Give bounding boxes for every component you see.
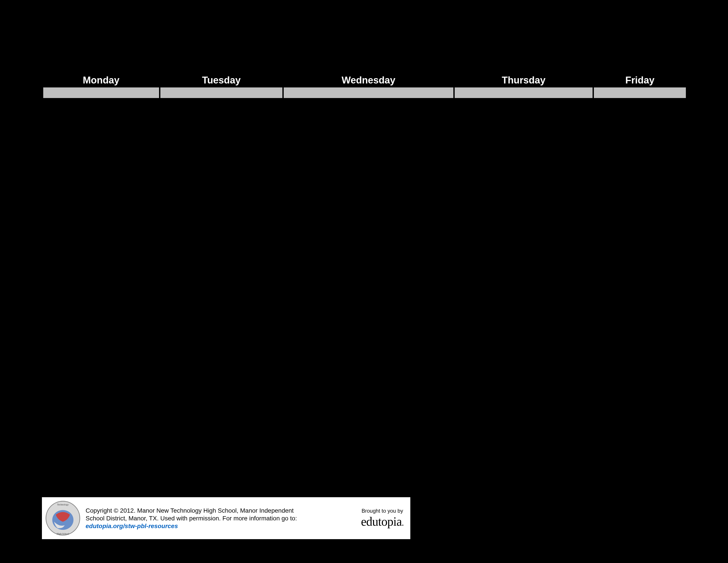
copyright-line-2: School District, Manor, TX. Used with pe… <box>86 515 297 522</box>
svg-text:Technology: Technology <box>57 503 69 506</box>
edutopia-logo: edutopia. <box>361 514 404 529</box>
resource-link[interactable]: edutopia.org/stw-pbl-resources <box>86 523 178 529</box>
day-header-thursday: Thursday <box>455 74 593 87</box>
copyright-text: Copyright © 2012. Manor New Technology H… <box>86 507 361 530</box>
date-cell <box>284 87 453 98</box>
brought-to-you-by: Brought to you by edutopia. <box>361 508 406 529</box>
date-cell <box>594 87 686 98</box>
footer: Technology High School Copyright © 2012.… <box>42 497 410 539</box>
date-cell <box>160 87 282 98</box>
date-cell <box>455 87 593 98</box>
brought-by-label: Brought to you by <box>361 508 404 514</box>
calendar-table: Monday Tuesday Wednesday Thursday Friday <box>42 74 687 98</box>
day-header-wednesday: Wednesday <box>284 74 453 87</box>
school-logo-icon: Technology High School <box>44 499 82 537</box>
day-header-friday: Friday <box>594 74 686 87</box>
day-header-monday: Monday <box>43 74 159 87</box>
copyright-line-1: Copyright © 2012. Manor New Technology H… <box>86 507 294 514</box>
day-header-tuesday: Tuesday <box>160 74 282 87</box>
svg-text:High School: High School <box>57 532 69 535</box>
date-cell <box>43 87 159 98</box>
